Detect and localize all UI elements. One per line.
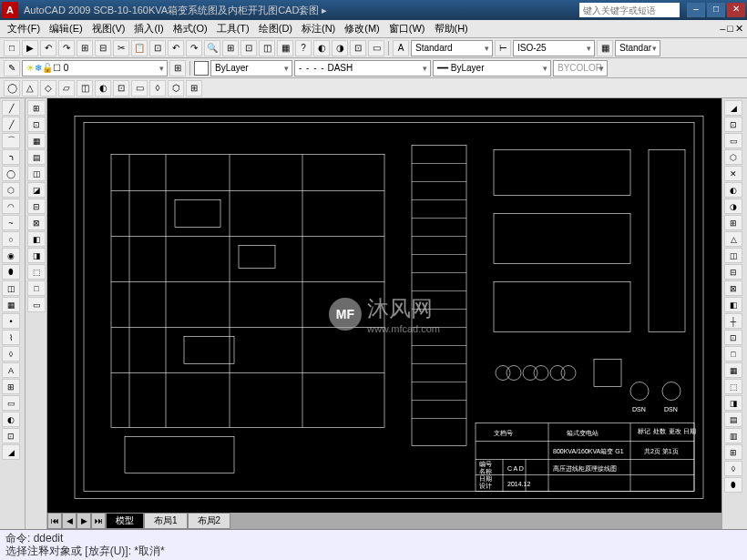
menu-draw[interactable]: 绘图(D)	[255, 21, 296, 36]
color-dropdown[interactable]: ByLayer	[210, 60, 292, 76]
doc-minimize-icon[interactable]: –	[720, 23, 725, 35]
tab-first-icon[interactable]: ⏮	[47, 513, 62, 529]
draw-tool-2[interactable]: ⌒	[2, 133, 20, 148]
modify-tool-22[interactable]: ◊	[724, 461, 742, 476]
draw-tool-5[interactable]: ⬡	[2, 182, 20, 198]
std-tool-18[interactable]: ◑	[332, 40, 348, 56]
tab-next-icon[interactable]: ▶	[77, 513, 91, 529]
shape-tool-5[interactable]: ◐	[95, 80, 111, 97]
draw-tool-18[interactable]: ▭	[2, 395, 20, 411]
draw-tool-9[interactable]: ◉	[2, 248, 20, 263]
draw-tool-15[interactable]: ◊	[2, 346, 20, 361]
shape-tool-3[interactable]: ▱	[58, 80, 75, 97]
draw2-tool-4[interactable]: ◫	[27, 166, 46, 181]
draw2-tool-2[interactable]: ▦	[27, 133, 46, 148]
std-tool-9[interactable]: ↶	[168, 40, 184, 56]
shape-tool-0[interactable]: ◯	[4, 80, 20, 97]
std-tool-5[interactable]: ⊟	[95, 40, 111, 56]
draw-tool-16[interactable]: A	[2, 362, 20, 378]
std-tool-17[interactable]: ◐	[313, 40, 330, 56]
shape-tool-7[interactable]: ▭	[131, 80, 148, 97]
modify-tool-16[interactable]: ▦	[724, 362, 742, 378]
draw-tool-12[interactable]: ▦	[2, 297, 20, 312]
std-tool-2[interactable]: ↶	[40, 40, 56, 56]
text-style-icon[interactable]: A	[393, 40, 409, 56]
shape-tool-4[interactable]: ◫	[77, 80, 93, 97]
shape-tool-10[interactable]: ⊞	[186, 80, 202, 97]
command-window[interactable]: 命令: ddedit 选择注释对象或 [放弃(U)]: *取消* 命令:	[0, 529, 747, 560]
std-tool-15[interactable]: ▦	[277, 40, 293, 56]
draw-tool-11[interactable]: ◫	[2, 280, 20, 296]
modify-tool-7[interactable]: ⊞	[724, 215, 742, 230]
std-tool-8[interactable]: ⊡	[149, 40, 166, 56]
draw2-tool-9[interactable]: ◨	[27, 248, 46, 263]
drawing-canvas[interactable]: DSN DSN 箱式变电站 800KVA/160KVA箱变 G1 高压进线柜原理…	[47, 98, 721, 529]
std-tool-6[interactable]: ✂	[113, 40, 129, 56]
menu-file[interactable]: 文件(F)	[4, 21, 44, 36]
draw-tool-20[interactable]: ⊡	[2, 428, 20, 443]
std-tool-11[interactable]: 🔍	[204, 40, 220, 56]
text-style-dropdown[interactable]: Standard	[411, 40, 493, 56]
modify-tool-23[interactable]: ⬮	[724, 477, 742, 493]
modify-tool-4[interactable]: ✕	[724, 166, 742, 181]
tab-model[interactable]: 模型	[106, 513, 144, 529]
draw2-tool-3[interactable]: ▤	[27, 149, 46, 165]
app-logo[interactable]: A	[2, 2, 18, 18]
modify-tool-9[interactable]: ◫	[724, 248, 742, 263]
std-tool-13[interactable]: ⊡	[240, 40, 257, 56]
doc-close-icon[interactable]: ✕	[735, 23, 743, 35]
draw2-tool-6[interactable]: ⊟	[27, 199, 46, 214]
shape-tool-6[interactable]: ⊡	[113, 80, 129, 97]
tab-last-icon[interactable]: ⏭	[91, 513, 106, 529]
draw2-tool-11[interactable]: □	[27, 280, 46, 296]
std-tool-7[interactable]: 📋	[131, 40, 148, 56]
modify-tool-17[interactable]: ⬚	[724, 379, 742, 394]
menu-window[interactable]: 窗口(W)	[385, 21, 429, 36]
menu-dim[interactable]: 标注(N)	[298, 21, 339, 36]
draw-tool-17[interactable]: ⊞	[2, 379, 20, 394]
modify-tool-20[interactable]: ▥	[724, 428, 742, 443]
menu-tools[interactable]: 工具(T)	[213, 21, 253, 36]
draw2-tool-5[interactable]: ◪	[27, 182, 46, 198]
modify-tool-19[interactable]: ▤	[724, 412, 742, 427]
modify-tool-13[interactable]: ┼	[724, 313, 742, 329]
modify-tool-18[interactable]: ◨	[724, 395, 742, 411]
tab-layout2[interactable]: 布局2	[188, 513, 231, 529]
maximize-button[interactable]: □	[707, 3, 725, 17]
modify-tool-10[interactable]: ⊟	[724, 264, 742, 280]
shape-tool-2[interactable]: ◇	[40, 80, 56, 97]
modify-tool-5[interactable]: ◐	[724, 182, 742, 198]
menu-modify[interactable]: 修改(M)	[341, 21, 384, 36]
shape-tool-9[interactable]: ⬡	[168, 80, 184, 97]
menu-format[interactable]: 格式(O)	[169, 21, 211, 36]
modify-tool-15[interactable]: □	[724, 346, 742, 361]
std-tool-19[interactable]: ⊡	[350, 40, 366, 56]
plotstyle-dropdown[interactable]: BYCOLOR	[553, 60, 608, 76]
tab-prev-icon[interactable]: ◀	[62, 513, 77, 529]
doc-restore-icon[interactable]: □	[727, 23, 733, 35]
modify-tool-3[interactable]: ⬡	[724, 149, 742, 165]
draw-tool-13[interactable]: •	[2, 313, 20, 329]
std-tool-1[interactable]: ▶	[22, 40, 38, 56]
draw2-tool-8[interactable]: ◧	[27, 231, 46, 247]
std-tool-10[interactable]: ↷	[186, 40, 202, 56]
draw2-tool-0[interactable]: ⊞	[27, 100, 46, 116]
draw2-tool-12[interactable]: ▭	[27, 297, 46, 312]
draw2-tool-7[interactable]: ⊠	[27, 215, 46, 230]
tab-layout1[interactable]: 布局1	[144, 513, 188, 529]
close-button[interactable]: ✕	[727, 3, 745, 17]
draw-tool-8[interactable]: ○	[2, 231, 20, 247]
modify-tool-14[interactable]: ⊡	[724, 330, 742, 345]
modify-tool-1[interactable]: ⊡	[724, 117, 742, 132]
menu-view[interactable]: 视图(V)	[88, 21, 129, 36]
menu-help[interactable]: 帮助(H)	[431, 21, 472, 36]
modify-tool-6[interactable]: ◑	[724, 199, 742, 214]
modify-tool-2[interactable]: ▭	[724, 133, 742, 148]
modify-tool-11[interactable]: ⊠	[724, 280, 742, 296]
table-style-dropdown[interactable]: Standar	[615, 40, 660, 56]
draw-tool-10[interactable]: ⬮	[2, 264, 20, 280]
draw2-tool-1[interactable]: ⊡	[27, 117, 46, 132]
std-tool-14[interactable]: ◫	[259, 40, 275, 56]
draw-tool-3[interactable]: ר	[2, 149, 20, 165]
layer-manager-icon[interactable]: ✎	[4, 60, 20, 76]
